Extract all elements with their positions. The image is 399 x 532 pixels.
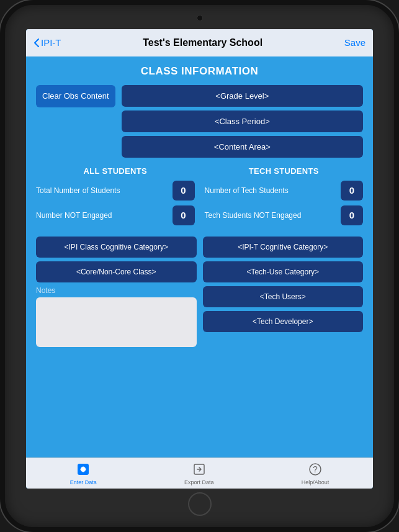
all-students-title: ALL STUDENTS (36, 166, 195, 176)
back-chevron-icon (34, 38, 40, 48)
total-students-row: Total Number of Students 0 (36, 181, 195, 201)
save-button[interactable]: Save (344, 37, 365, 48)
core-noncore-button[interactable]: <Core/Non-Core Class> (36, 261, 197, 282)
not-engaged-value[interactable]: 0 (173, 205, 195, 225)
svg-text:?: ? (313, 464, 318, 474)
tab-enter-data[interactable]: Enter Data (60, 459, 107, 488)
ipi-cognitive-button[interactable]: <IPI Class Cognitive Category> (36, 237, 197, 258)
categories-right: <IPI-T Cognitive Category> <Tech-Use Cat… (203, 237, 364, 347)
not-engaged-label: Number NOT Engaged (36, 211, 173, 220)
dropdown-group: <Grade Level> <Class Period> <Content Ar… (122, 85, 363, 158)
tab-bar: Enter Data Export Data ? (26, 458, 373, 489)
tech-count-label: Number of Tech Students (205, 186, 341, 195)
export-data-icon (191, 461, 207, 477)
back-label: IPI-T (41, 37, 61, 48)
categories-section: <IPI Class Cognitive Category> <Core/Non… (36, 237, 363, 347)
all-students-col: ALL STUDENTS Total Number of Students 0 … (36, 166, 195, 230)
not-engaged-row: Number NOT Engaged 0 (36, 205, 195, 225)
tech-developer-button[interactable]: <Tech Developer> (203, 311, 364, 332)
enter-data-icon (75, 461, 91, 477)
tab-enter-data-label: Enter Data (70, 479, 97, 485)
tech-users-button[interactable]: <Tech Users> (203, 286, 364, 307)
camera (197, 15, 203, 21)
tab-export-data-label: Export Data (184, 479, 214, 485)
grade-level-button[interactable]: <Grade Level> (122, 85, 363, 107)
tech-students-title: TECH STUDENTS (205, 166, 364, 176)
nav-title: Test's Elementary School (143, 37, 262, 48)
home-button[interactable] (188, 492, 212, 516)
class-info-title: CLASS INFORMATION (36, 65, 363, 78)
notes-container: Notes (36, 286, 197, 347)
total-students-value[interactable]: 0 (173, 181, 195, 201)
nav-bar: IPI-T Test's Elementary School Save (26, 29, 373, 56)
tab-help-label: Help/About (302, 479, 330, 485)
tab-help[interactable]: ? Help/About (292, 459, 339, 488)
device: IPI-T Test's Elementary School Save CLAS… (0, 0, 399, 532)
tech-count-row: Number of Tech Students 0 (205, 181, 364, 201)
categories-left: <IPI Class Cognitive Category> <Core/Non… (36, 237, 197, 347)
students-section: ALL STUDENTS Total Number of Students 0 … (36, 166, 363, 230)
main-content: CLASS INFORMATION Clear Obs Content <Gra… (26, 56, 373, 458)
clear-obs-button[interactable]: Clear Obs Content (36, 85, 115, 108)
notes-label: Notes (36, 286, 197, 295)
tech-not-engaged-label: Tech Students NOT Engaged (205, 211, 341, 220)
ipit-cognitive-button[interactable]: <IPI-T Cognitive Category> (203, 237, 364, 258)
notes-input[interactable] (36, 297, 197, 347)
tech-not-engaged-value[interactable]: 0 (341, 205, 363, 225)
device-top (5, 12, 394, 25)
back-button[interactable]: IPI-T (34, 37, 61, 48)
content-area-button[interactable]: <Content Area> (122, 136, 363, 158)
screen: IPI-T Test's Elementary School Save CLAS… (26, 29, 373, 489)
class-info-row: Clear Obs Content <Grade Level> <Class P… (36, 85, 363, 158)
tab-export-data[interactable]: Export Data (174, 459, 224, 488)
tech-not-engaged-row: Tech Students NOT Engaged 0 (205, 205, 364, 225)
tech-use-button[interactable]: <Tech-Use Category> (203, 261, 364, 282)
total-students-label: Total Number of Students (36, 186, 173, 195)
help-icon: ? (307, 461, 323, 477)
tech-count-value[interactable]: 0 (341, 181, 363, 201)
tech-students-col: TECH STUDENTS Number of Tech Students 0 … (205, 166, 364, 230)
class-period-button[interactable]: <Class Period> (122, 110, 363, 132)
